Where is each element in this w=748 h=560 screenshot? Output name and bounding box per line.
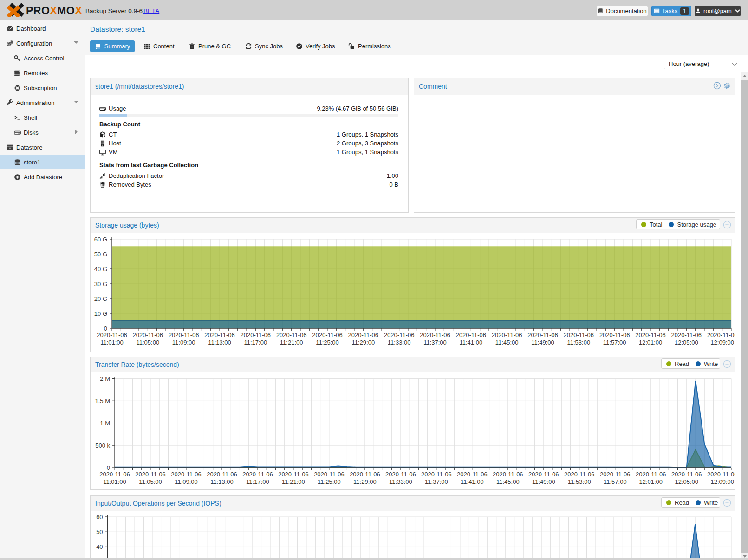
svg-text:2020-11-06: 2020-11-06 (671, 332, 702, 339)
svg-text:11:41:00: 11:41:00 (460, 339, 483, 346)
svg-text:2020-11-06: 2020-11-06 (350, 471, 380, 478)
svg-text:2020-11-06: 2020-11-06 (242, 471, 273, 478)
svg-text:2020-11-06: 2020-11-06 (636, 471, 666, 478)
svg-text:2020-11-06: 2020-11-06 (276, 332, 307, 339)
svg-text:11:33:00: 11:33:00 (388, 339, 411, 346)
svg-text:50: 50 (96, 528, 103, 535)
svg-text:11:21:00: 11:21:00 (280, 339, 303, 346)
svg-text:11:29:00: 11:29:00 (353, 478, 377, 485)
svg-text:11:53:00: 11:53:00 (567, 339, 591, 346)
svg-text:11:05:00: 11:05:00 (137, 339, 160, 346)
svg-text:11:33:00: 11:33:00 (389, 478, 412, 485)
svg-text:1 M: 1 M (100, 420, 110, 427)
svg-text:12:09:00: 12:09:00 (710, 478, 734, 485)
svg-text:2020-11-06: 2020-11-06 (492, 332, 522, 339)
svg-text:40 G: 40 G (94, 266, 107, 273)
svg-text:12:05:00: 12:05:00 (675, 478, 698, 485)
svg-text:2020-11-06: 2020-11-06 (133, 332, 163, 339)
svg-text:12:01:00: 12:01:00 (639, 478, 663, 485)
svg-text:11:41:00: 11:41:00 (461, 478, 484, 485)
svg-text:2020-11-06: 2020-11-06 (457, 471, 488, 478)
svg-text:2020-11-06: 2020-11-06 (169, 332, 199, 339)
svg-text:60: 60 (96, 514, 103, 521)
svg-text:20 G: 20 G (94, 295, 107, 302)
svg-text:11:37:00: 11:37:00 (425, 478, 448, 485)
svg-text:11:29:00: 11:29:00 (352, 339, 375, 346)
svg-text:2020-11-06: 2020-11-06 (707, 332, 735, 339)
svg-text:11:09:00: 11:09:00 (175, 478, 198, 485)
svg-text:2020-11-06: 2020-11-06 (707, 471, 735, 478)
svg-text:11:49:00: 11:49:00 (532, 478, 555, 485)
svg-text:2020-11-06: 2020-11-06 (493, 471, 523, 478)
svg-text:2 M: 2 M (100, 375, 110, 382)
svg-text:2020-11-06: 2020-11-06 (528, 471, 559, 478)
svg-text:2020-11-06: 2020-11-06 (99, 471, 130, 478)
svg-text:2020-11-06: 2020-11-06 (564, 471, 595, 478)
svg-text:11:53:00: 11:53:00 (568, 478, 591, 485)
svg-text:11:57:00: 11:57:00 (604, 478, 627, 485)
svg-text:30 G: 30 G (94, 280, 107, 287)
svg-text:11:49:00: 11:49:00 (531, 339, 554, 346)
svg-text:11:25:00: 11:25:00 (316, 339, 339, 346)
svg-text:0: 0 (104, 325, 107, 332)
svg-text:2020-11-06: 2020-11-06 (348, 332, 379, 339)
svg-text:2020-11-06: 2020-11-06 (204, 332, 235, 339)
svg-text:11:05:00: 11:05:00 (139, 478, 162, 485)
svg-text:2020-11-06: 2020-11-06 (314, 471, 345, 478)
svg-text:11:45:00: 11:45:00 (496, 478, 520, 485)
svg-text:500 k: 500 k (95, 442, 110, 449)
svg-text:11:17:00: 11:17:00 (244, 339, 267, 346)
svg-text:2020-11-06: 2020-11-06 (456, 332, 487, 339)
svg-text:2020-11-06: 2020-11-06 (135, 471, 166, 478)
svg-text:12:05:00: 12:05:00 (675, 339, 698, 346)
svg-text:2020-11-06: 2020-11-06 (241, 332, 271, 339)
svg-text:12:09:00: 12:09:00 (710, 339, 734, 346)
svg-text:10 G: 10 G (94, 310, 107, 317)
svg-text:2020-11-06: 2020-11-06 (385, 471, 416, 478)
svg-text:1.5 M: 1.5 M (95, 397, 110, 404)
svg-text:11:13:00: 11:13:00 (208, 339, 231, 346)
svg-text:11:21:00: 11:21:00 (282, 478, 305, 485)
svg-text:11:17:00: 11:17:00 (246, 478, 269, 485)
svg-text:2020-11-06: 2020-11-06 (564, 332, 594, 339)
svg-text:0: 0 (107, 464, 110, 471)
svg-text:12:01:00: 12:01:00 (639, 339, 663, 346)
svg-text:2020-11-06: 2020-11-06 (384, 332, 415, 339)
svg-text:2020-11-06: 2020-11-06 (599, 332, 630, 339)
svg-text:2020-11-06: 2020-11-06 (671, 471, 702, 478)
svg-text:2020-11-06: 2020-11-06 (278, 471, 309, 478)
svg-text:2020-11-06: 2020-11-06 (600, 471, 631, 478)
svg-text:40: 40 (96, 543, 103, 550)
svg-text:2020-11-06: 2020-11-06 (312, 332, 343, 339)
svg-text:11:25:00: 11:25:00 (318, 478, 341, 485)
svg-text:11:01:00: 11:01:00 (100, 339, 124, 346)
svg-text:11:01:00: 11:01:00 (103, 478, 126, 485)
svg-text:11:37:00: 11:37:00 (423, 339, 447, 346)
svg-text:11:57:00: 11:57:00 (603, 339, 626, 346)
svg-text:2020-11-06: 2020-11-06 (171, 471, 202, 478)
svg-text:2020-11-06: 2020-11-06 (207, 471, 237, 478)
svg-text:2020-11-06: 2020-11-06 (420, 332, 450, 339)
svg-text:60 G: 60 G (94, 236, 107, 243)
svg-text:2020-11-06: 2020-11-06 (635, 332, 666, 339)
svg-text:2020-11-06: 2020-11-06 (527, 332, 558, 339)
svg-text:2020-11-06: 2020-11-06 (421, 471, 452, 478)
svg-text:11:09:00: 11:09:00 (172, 339, 195, 346)
svg-text:2020-11-06: 2020-11-06 (97, 332, 127, 339)
svg-text:50 G: 50 G (94, 251, 107, 258)
svg-text:11:13:00: 11:13:00 (210, 478, 234, 485)
svg-text:11:45:00: 11:45:00 (495, 339, 519, 346)
